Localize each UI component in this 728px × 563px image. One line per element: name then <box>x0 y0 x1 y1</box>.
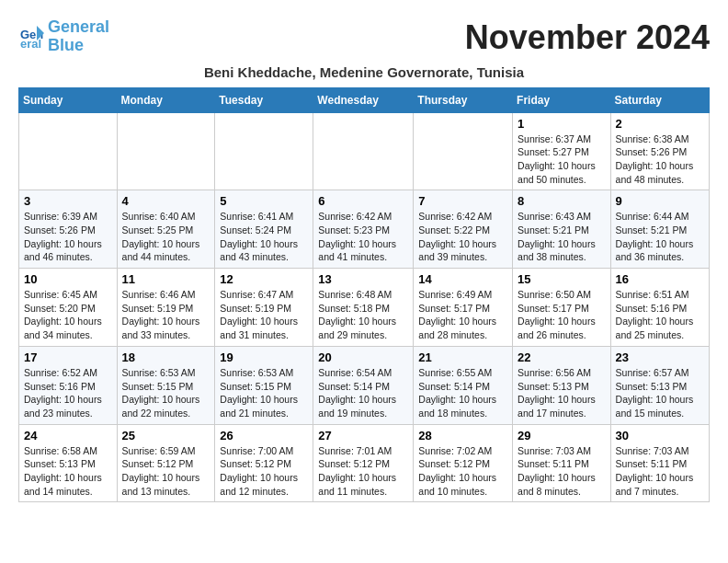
day-info: Sunrise: 7:02 AM Sunset: 5:12 PM Dayligh… <box>418 444 507 499</box>
logo: Gen eral General Blue <box>18 18 109 55</box>
day-info: Sunrise: 6:44 AM Sunset: 5:21 PM Dayligh… <box>616 210 704 264</box>
day-number: 4 <box>122 194 210 208</box>
day-number: 25 <box>122 429 210 442</box>
calendar-table: SundayMondayTuesdayWednesdayThursdayFrid… <box>18 87 710 503</box>
day-number: 26 <box>220 429 308 442</box>
calendar-cell: 28Sunrise: 7:02 AM Sunset: 5:12 PM Dayli… <box>414 424 513 502</box>
calendar-cell: 25Sunrise: 6:59 AM Sunset: 5:12 PM Dayli… <box>117 424 215 502</box>
day-number: 16 <box>616 272 704 286</box>
day-info: Sunrise: 7:03 AM Sunset: 5:11 PM Dayligh… <box>518 444 606 499</box>
day-number: 6 <box>318 194 408 208</box>
calendar-cell: 30Sunrise: 7:03 AM Sunset: 5:11 PM Dayli… <box>610 424 709 502</box>
day-info: Sunrise: 6:53 AM Sunset: 5:15 PM Dayligh… <box>220 366 308 420</box>
day-number: 9 <box>616 194 704 208</box>
day-info: Sunrise: 6:54 AM Sunset: 5:14 PM Dayligh… <box>318 366 408 420</box>
day-number: 13 <box>318 272 408 286</box>
day-header-friday: Friday <box>513 87 611 112</box>
calendar-cell: 24Sunrise: 6:58 AM Sunset: 5:13 PM Dayli… <box>19 424 118 502</box>
calendar-cell <box>313 112 414 190</box>
calendar-cell: 15Sunrise: 6:50 AM Sunset: 5:17 PM Dayli… <box>513 269 611 347</box>
day-number: 1 <box>518 117 606 131</box>
day-header-saturday: Saturday <box>610 87 709 112</box>
day-number: 3 <box>24 194 112 208</box>
day-number: 2 <box>616 117 704 131</box>
day-number: 7 <box>418 194 507 208</box>
calendar-cell: 6Sunrise: 6:42 AM Sunset: 5:23 PM Daylig… <box>313 190 414 269</box>
day-number: 14 <box>418 272 507 286</box>
day-info: Sunrise: 6:46 AM Sunset: 5:19 PM Dayligh… <box>122 288 210 342</box>
logo-icon: Gen eral <box>18 24 44 50</box>
day-info: Sunrise: 7:03 AM Sunset: 5:11 PM Dayligh… <box>616 444 704 499</box>
calendar-cell <box>215 112 313 190</box>
day-number: 5 <box>220 194 308 208</box>
calendar-cell <box>19 112 118 190</box>
calendar-cell: 27Sunrise: 7:01 AM Sunset: 5:12 PM Dayli… <box>313 424 414 502</box>
day-info: Sunrise: 6:47 AM Sunset: 5:19 PM Dayligh… <box>220 288 308 342</box>
calendar-cell: 22Sunrise: 6:56 AM Sunset: 5:13 PM Dayli… <box>513 346 611 424</box>
day-number: 28 <box>418 429 507 442</box>
day-info: Sunrise: 6:42 AM Sunset: 5:23 PM Dayligh… <box>318 210 408 264</box>
day-info: Sunrise: 6:41 AM Sunset: 5:24 PM Dayligh… <box>220 210 308 264</box>
day-info: Sunrise: 6:38 AM Sunset: 5:26 PM Dayligh… <box>616 132 704 187</box>
day-info: Sunrise: 7:00 AM Sunset: 5:12 PM Dayligh… <box>220 444 308 499</box>
calendar-cell: 20Sunrise: 6:54 AM Sunset: 5:14 PM Dayli… <box>313 346 414 424</box>
day-info: Sunrise: 6:45 AM Sunset: 5:20 PM Dayligh… <box>24 288 112 342</box>
calendar-cell: 29Sunrise: 7:03 AM Sunset: 5:11 PM Dayli… <box>513 424 611 502</box>
calendar-cell: 5Sunrise: 6:41 AM Sunset: 5:24 PM Daylig… <box>215 190 313 269</box>
logo-text: General Blue <box>48 18 109 55</box>
day-header-sunday: Sunday <box>19 87 118 112</box>
day-header-wednesday: Wednesday <box>313 87 414 112</box>
day-header-thursday: Thursday <box>414 87 513 112</box>
day-number: 27 <box>318 429 408 442</box>
day-info: Sunrise: 6:50 AM Sunset: 5:17 PM Dayligh… <box>518 288 606 342</box>
day-info: Sunrise: 6:40 AM Sunset: 5:25 PM Dayligh… <box>122 210 210 264</box>
day-number: 18 <box>122 350 210 364</box>
day-number: 11 <box>122 272 210 286</box>
day-info: Sunrise: 6:53 AM Sunset: 5:15 PM Dayligh… <box>122 366 210 420</box>
day-number: 10 <box>24 272 112 286</box>
calendar-cell <box>414 112 513 190</box>
day-number: 12 <box>220 272 308 286</box>
calendar-cell: 17Sunrise: 6:52 AM Sunset: 5:16 PM Dayli… <box>19 346 118 424</box>
calendar-cell: 18Sunrise: 6:53 AM Sunset: 5:15 PM Dayli… <box>117 346 215 424</box>
calendar-cell: 26Sunrise: 7:00 AM Sunset: 5:12 PM Dayli… <box>215 424 313 502</box>
day-info: Sunrise: 6:43 AM Sunset: 5:21 PM Dayligh… <box>518 210 606 264</box>
calendar-cell: 1Sunrise: 6:37 AM Sunset: 5:27 PM Daylig… <box>513 112 611 190</box>
day-info: Sunrise: 6:49 AM Sunset: 5:17 PM Dayligh… <box>418 288 507 342</box>
calendar-cell: 2Sunrise: 6:38 AM Sunset: 5:26 PM Daylig… <box>610 112 709 190</box>
month-title: November 2024 <box>465 18 710 57</box>
day-number: 22 <box>518 350 606 364</box>
calendar-cell: 8Sunrise: 6:43 AM Sunset: 5:21 PM Daylig… <box>513 190 611 269</box>
day-number: 15 <box>518 272 606 286</box>
day-info: Sunrise: 6:39 AM Sunset: 5:26 PM Dayligh… <box>24 210 112 264</box>
day-info: Sunrise: 7:01 AM Sunset: 5:12 PM Dayligh… <box>318 444 408 499</box>
calendar-cell: 3Sunrise: 6:39 AM Sunset: 5:26 PM Daylig… <box>19 190 118 269</box>
day-number: 29 <box>518 429 606 442</box>
day-info: Sunrise: 6:48 AM Sunset: 5:18 PM Dayligh… <box>318 288 408 342</box>
day-number: 19 <box>220 350 308 364</box>
day-number: 17 <box>24 350 112 364</box>
calendar-cell: 19Sunrise: 6:53 AM Sunset: 5:15 PM Dayli… <box>215 346 313 424</box>
calendar-cell: 23Sunrise: 6:57 AM Sunset: 5:13 PM Dayli… <box>610 346 709 424</box>
day-header-monday: Monday <box>117 87 215 112</box>
calendar-cell: 11Sunrise: 6:46 AM Sunset: 5:19 PM Dayli… <box>117 269 215 347</box>
calendar-cell: 4Sunrise: 6:40 AM Sunset: 5:25 PM Daylig… <box>117 190 215 269</box>
calendar-cell: 7Sunrise: 6:42 AM Sunset: 5:22 PM Daylig… <box>414 190 513 269</box>
calendar-cell: 10Sunrise: 6:45 AM Sunset: 5:20 PM Dayli… <box>19 269 118 347</box>
day-number: 23 <box>616 350 704 364</box>
calendar-cell: 13Sunrise: 6:48 AM Sunset: 5:18 PM Dayli… <box>313 269 414 347</box>
day-number: 21 <box>418 350 507 364</box>
day-info: Sunrise: 6:37 AM Sunset: 5:27 PM Dayligh… <box>518 132 606 187</box>
day-info: Sunrise: 6:59 AM Sunset: 5:12 PM Dayligh… <box>122 444 210 499</box>
calendar-cell: 16Sunrise: 6:51 AM Sunset: 5:16 PM Dayli… <box>610 269 709 347</box>
day-number: 24 <box>24 429 112 442</box>
day-info: Sunrise: 6:51 AM Sunset: 5:16 PM Dayligh… <box>616 288 704 342</box>
day-info: Sunrise: 6:57 AM Sunset: 5:13 PM Dayligh… <box>616 366 704 420</box>
calendar-cell: 12Sunrise: 6:47 AM Sunset: 5:19 PM Dayli… <box>215 269 313 347</box>
day-number: 8 <box>518 194 606 208</box>
location-title: Beni Kheddache, Medenine Governorate, Tu… <box>18 64 710 80</box>
calendar-cell: 9Sunrise: 6:44 AM Sunset: 5:21 PM Daylig… <box>610 190 709 269</box>
calendar-cell: 14Sunrise: 6:49 AM Sunset: 5:17 PM Dayli… <box>414 269 513 347</box>
calendar-cell <box>117 112 215 190</box>
day-number: 30 <box>616 429 704 442</box>
